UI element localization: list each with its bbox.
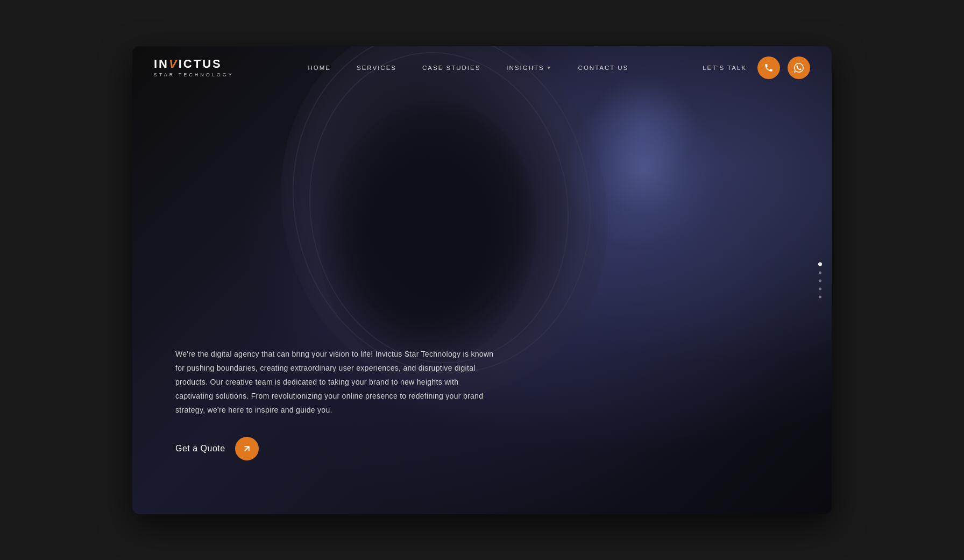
nav-home[interactable]: HOME xyxy=(308,65,331,71)
nav-right: LET'S TALK xyxy=(703,56,810,79)
whatsapp-icon xyxy=(794,63,804,73)
side-dot-2[interactable] xyxy=(819,271,821,274)
arrow-up-right-icon xyxy=(242,444,252,453)
side-dot-3[interactable] xyxy=(819,279,821,282)
hero-content: We're the digital agency that can bring … xyxy=(175,348,498,460)
side-dot-1[interactable] xyxy=(818,262,822,266)
logo-text: INVICTUS xyxy=(154,58,222,70)
nav-links: HOME SERVICES CASE STUDIES INSIGHTS ▼ CO… xyxy=(308,65,629,71)
cta-label: Get a Quote xyxy=(175,444,225,453)
hero-description: We're the digital agency that can bring … xyxy=(175,348,498,417)
nav-insights[interactable]: INSIGHTS ▼ xyxy=(506,65,552,71)
glow-orb-2 xyxy=(590,73,697,181)
side-dots-navigation xyxy=(818,262,822,298)
nav-services[interactable]: SERVICES xyxy=(357,65,396,71)
get-quote-button[interactable] xyxy=(235,437,259,460)
navbar: INVICTUS STAR TECHNOLOGY HOME SERVICES C… xyxy=(132,46,832,89)
nav-contact[interactable]: CONTACT US xyxy=(578,65,629,71)
whatsapp-button[interactable] xyxy=(788,56,810,79)
nav-case-studies[interactable]: CASE STUDIES xyxy=(422,65,480,71)
logo[interactable]: INVICTUS STAR TECHNOLOGY xyxy=(154,58,234,77)
lets-talk-label: LET'S TALK xyxy=(703,65,747,71)
side-dot-4[interactable] xyxy=(819,287,821,290)
side-dot-5[interactable] xyxy=(819,295,821,298)
logo-subtitle: STAR TECHNOLOGY xyxy=(154,72,234,77)
chevron-down-icon: ▼ xyxy=(547,65,552,70)
phone-button[interactable] xyxy=(757,56,780,79)
cta-row: Get a Quote xyxy=(175,437,498,460)
phone-icon xyxy=(764,63,774,73)
browser-window: INVICTUS STAR TECHNOLOGY HOME SERVICES C… xyxy=(132,46,832,514)
